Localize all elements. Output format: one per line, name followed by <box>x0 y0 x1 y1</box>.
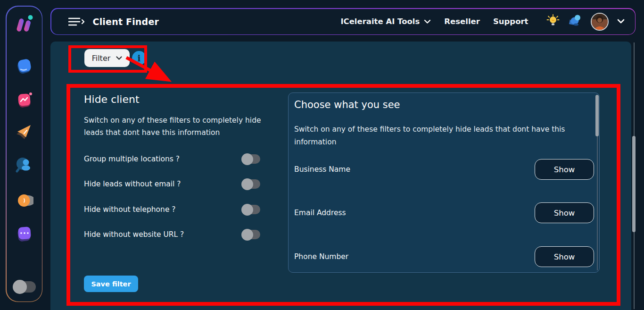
toggle-hide-telephone[interactable] <box>242 205 260 214</box>
choose-panel-title: Choose what you see <box>294 99 400 110</box>
messenger-app-icon[interactable] <box>15 91 33 109</box>
card-scrollbar-thumb[interactable] <box>595 95 599 136</box>
avatar-chevron-down-icon[interactable] <box>617 17 625 26</box>
row-phone-number: Phone Number Show <box>294 246 594 267</box>
nav-reseller[interactable]: Reseller <box>444 17 480 26</box>
client-search-icon[interactable] <box>15 155 33 174</box>
paper-plane-icon[interactable] <box>15 122 33 141</box>
show-business-name-button[interactable]: Show <box>535 159 594 180</box>
toggle-row-group-locations: Group multiple locations ? <box>84 153 260 165</box>
header: Client Finder ICeleraite AI Tools Resell… <box>50 8 636 35</box>
nav-support-label: Support <box>493 17 528 26</box>
toggle-row-hide-telephone: Hide without telephone ? <box>84 203 260 216</box>
nav-ai-tools[interactable]: ICeleraite AI Tools <box>340 17 431 26</box>
info-icon[interactable]: i <box>132 51 146 65</box>
toggle-label: Group multiple locations ? <box>84 155 180 163</box>
row-label: Phone Number <box>294 252 348 261</box>
toggle-label: Hide without website URL ? <box>84 230 184 239</box>
cloud-app-icon[interactable] <box>15 57 33 75</box>
toggle-label: Hide leads without email ? <box>84 180 181 188</box>
hide-client-description: Switch on any of these filters to comple… <box>84 114 273 139</box>
page-title: Client Finder <box>93 17 159 27</box>
sidebar <box>6 6 42 302</box>
save-filter-button[interactable]: Save filter <box>84 276 138 292</box>
lightbulb-icon[interactable] <box>546 14 560 29</box>
choose-panel: Choose what you see Switch on any of the… <box>288 92 600 273</box>
toggle-row-hide-email: Hide leads without email ? <box>84 178 260 190</box>
hamburger-menu-icon[interactable] <box>68 17 85 26</box>
toggle-hide-website[interactable] <box>242 230 260 239</box>
show-phone-number-button[interactable]: Show <box>535 246 594 267</box>
row-email-address: Email Address Show <box>294 202 594 223</box>
announcements-icon[interactable] <box>568 14 582 30</box>
toggle-knob <box>13 280 27 294</box>
filter-button-label: Filter <box>92 54 111 63</box>
app-window: Client Finder ICeleraite AI Tools Resell… <box>0 0 644 310</box>
nav-reseller-label: Reseller <box>444 17 480 26</box>
show-email-address-button[interactable]: Show <box>535 202 594 223</box>
toggle-knob <box>241 153 253 165</box>
chevron-down-icon <box>424 19 431 24</box>
choose-panel-description: Switch on any of these filters to comple… <box>294 123 600 149</box>
toggle-knob <box>241 229 253 241</box>
toggle-knob <box>241 204 253 216</box>
sidebar-theme-toggle[interactable] <box>14 281 36 293</box>
chevron-down-icon <box>116 56 122 60</box>
toggle-knob <box>241 178 253 190</box>
toggle-label: Hide without telephone ? <box>84 205 176 214</box>
nav-ai-tools-label: ICeleraite AI Tools <box>340 17 420 26</box>
chat-dots-icon[interactable] <box>15 224 33 243</box>
row-label: Business Name <box>294 165 350 174</box>
user-avatar[interactable] <box>591 13 609 31</box>
orange-sphere-icon[interactable] <box>15 191 33 210</box>
filter-dropdown-button[interactable]: Filter <box>84 49 130 67</box>
hide-client-title: Hide client <box>84 93 140 105</box>
nav-support[interactable]: Support <box>493 17 528 26</box>
toggle-hide-email[interactable] <box>242 179 260 189</box>
page-scrollbar-thumb[interactable] <box>632 136 636 232</box>
toggle-row-hide-website: Hide without website URL ? <box>84 228 260 241</box>
toggle-group-locations[interactable] <box>242 154 260 164</box>
row-label: Email Address <box>294 209 346 217</box>
brand-logo[interactable] <box>13 12 35 35</box>
row-business-name: Business Name Show <box>294 159 594 180</box>
annotation-box-panel: Hide client Switch on any of these filte… <box>66 84 620 306</box>
